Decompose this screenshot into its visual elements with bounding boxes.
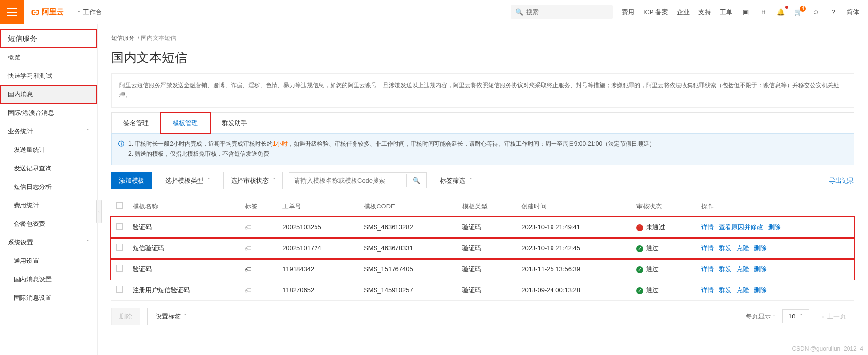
action-group[interactable]: 群发 (719, 286, 731, 294)
select-status-label: 选择审核状态 (231, 176, 269, 185)
template-search-input[interactable] (289, 173, 406, 188)
sidebar-item-quicktest[interactable]: 快速学习和测试 (0, 67, 97, 85)
sidebar: 短信服务 概览 快速学习和测试 国内消息 国际/港澳台消息 业务统计˄ 发送量统… (0, 24, 98, 355)
cart-badge: 4 (800, 6, 806, 12)
brand-logo[interactable]: 阿里云 (30, 7, 64, 17)
tag-icon[interactable]: 🏷 (245, 244, 252, 252)
sidebar-item-overview[interactable]: 概览 (0, 48, 97, 67)
cell-status: ✓通过 (631, 238, 696, 259)
select-template-type[interactable]: 选择模板类型˅ (158, 172, 217, 189)
sidebar-group-sys[interactable]: 系统设置˄ (0, 233, 97, 252)
tag-filter[interactable]: 标签筛选˅ (433, 172, 479, 189)
sidebar-sub-smslog[interactable]: 短信日志分析 (0, 178, 97, 196)
action-group[interactable]: 群发 (719, 265, 731, 273)
action-detail[interactable]: 详情 (701, 265, 714, 273)
search-button[interactable]: 🔍 (406, 174, 426, 187)
action-delete[interactable]: 删除 (768, 224, 781, 231)
sidebar-sub-domestic-setting[interactable]: 国内消息设置 (0, 270, 97, 289)
search-input[interactable] (526, 8, 608, 16)
app-icon[interactable]: ⌗ (759, 8, 768, 17)
sidebar-sub-general[interactable]: 通用设置 (0, 252, 97, 270)
sidebar-title[interactable]: 短信服务 (0, 29, 97, 48)
user-icon[interactable]: ☺ (811, 8, 820, 17)
row-checkbox[interactable] (116, 286, 123, 293)
cell-actions: 详情群发克隆删除 (696, 280, 854, 300)
prev-page-button[interactable]: ‹上一页 (814, 308, 854, 325)
action-clone[interactable]: 克隆 (736, 265, 749, 273)
sidebar-collapse[interactable]: ‹ (96, 200, 102, 223)
sidebar-sub-intl-setting[interactable]: 国际消息设置 (0, 289, 97, 307)
cloudshell-icon[interactable]: ▣ (741, 8, 750, 17)
chevron-left-icon: ‹ (822, 313, 824, 320)
set-tag-button[interactable]: 设置标签˅ (147, 308, 195, 325)
sidebar-sub-sendlog[interactable]: 发送记录查询 (0, 159, 97, 178)
tag-icon[interactable]: 🏷 (245, 286, 252, 294)
workbench-label: 工作台 (83, 8, 102, 17)
action-clone[interactable]: 克隆 (736, 244, 749, 252)
action-delete[interactable]: 删除 (754, 244, 767, 252)
row-checkbox[interactable] (116, 265, 123, 272)
breadcrumb-root[interactable]: 短信服务 (111, 35, 135, 41)
cell-time: 2023-10-19 21:49:41 (516, 217, 631, 238)
global-search[interactable]: 🔍 (511, 5, 613, 19)
nav-support[interactable]: 支持 (698, 8, 711, 17)
select-all-checkbox[interactable] (116, 202, 123, 209)
add-template-button[interactable]: 添加模板 (111, 172, 152, 189)
check-icon: ✓ (636, 287, 643, 294)
action-detail[interactable]: 详情 (701, 224, 714, 231)
action-delete[interactable]: 删除 (754, 265, 767, 273)
page-title: 国内文本短信 (111, 49, 854, 66)
action-detail[interactable]: 详情 (701, 286, 714, 294)
sidebar-group-biz-label: 业务统计 (8, 127, 33, 136)
breadcrumb-current: 国内文本短信 (141, 35, 176, 41)
action-clone[interactable]: 克隆 (736, 286, 749, 294)
tag-icon[interactable]: 🏷 (245, 224, 252, 231)
search-icon: 🔍 (515, 8, 523, 16)
cell-ticket: 20025103255 (277, 217, 359, 238)
tab-signature[interactable]: 签名管理 (112, 113, 161, 133)
sidebar-sub-package[interactable]: 套餐包资费 (0, 215, 97, 233)
sidebar-sub-sendstat[interactable]: 发送量统计 (0, 141, 97, 159)
tag-icon[interactable]: 🏷 (245, 265, 252, 273)
tab-template[interactable]: 模板管理 (161, 113, 210, 133)
page-size-select[interactable]: 10˅ (782, 309, 809, 323)
cart-icon[interactable]: 🛒4 (794, 8, 803, 17)
cell-name: 短信验证码 (128, 238, 240, 259)
sidebar-item-domestic[interactable]: 国内消息 (0, 85, 97, 104)
bell-icon[interactable]: 🔔 (776, 8, 785, 17)
col-name: 模板名称 (128, 196, 240, 217)
action-delete[interactable]: 删除 (754, 286, 767, 294)
sidebar-group-biz[interactable]: 业务统计˄ (0, 122, 97, 141)
cell-actions: 详情群发克隆删除 (696, 259, 854, 280)
action-group[interactable]: 群发 (719, 244, 731, 252)
workbench-link[interactable]: ⌂ 工作台 (70, 0, 109, 24)
nav-icp[interactable]: ICP 备案 (643, 8, 668, 17)
template-table: 模板名称 标签 工单号 模板CODE 模板类型 创建时间 审核状态 操作 验证码… (111, 196, 854, 301)
info-text-1b: ，如遇升级检验、审核任务较多、非工作时间，审核时间可能会延长，请耐心等待。审核工… (288, 140, 655, 147)
action-reason[interactable]: 查看原因并修改 (719, 224, 763, 231)
col-code: 模板CODE (359, 196, 457, 217)
tab-batch[interactable]: 群发助手 (210, 113, 259, 133)
cell-type: 验证码 (457, 217, 516, 238)
row-checkbox[interactable] (116, 244, 123, 251)
error-icon: ! (636, 224, 643, 231)
nav-enterprise[interactable]: 企业 (677, 8, 690, 17)
sidebar-sub-feestat[interactable]: 费用统计 (0, 196, 97, 215)
nav-fee[interactable]: 费用 (622, 8, 634, 17)
chevron-down-icon: ˅ (273, 177, 276, 184)
lang-switch[interactable]: 简体 (847, 8, 859, 17)
help-icon[interactable]: ? (829, 8, 838, 17)
sidebar-item-intl[interactable]: 国际/港澳台消息 (0, 104, 97, 122)
cell-time: 2018-09-24 00:13:28 (516, 280, 631, 300)
chevron-up-icon: ˄ (86, 239, 89, 246)
select-audit-status[interactable]: 选择审核状态˅ (223, 172, 283, 189)
nav-ticket[interactable]: 工单 (720, 8, 732, 17)
hamburger-menu[interactable] (0, 0, 24, 24)
check-icon: ✓ (636, 266, 643, 273)
action-detail[interactable]: 详情 (701, 244, 714, 252)
chevron-down-icon: ˅ (184, 313, 187, 320)
sidebar-group-sys-label: 系统设置 (8, 238, 33, 247)
cell-type: 验证码 (457, 238, 516, 259)
export-link[interactable]: 导出记录 (829, 176, 854, 185)
row-checkbox[interactable] (116, 223, 123, 230)
